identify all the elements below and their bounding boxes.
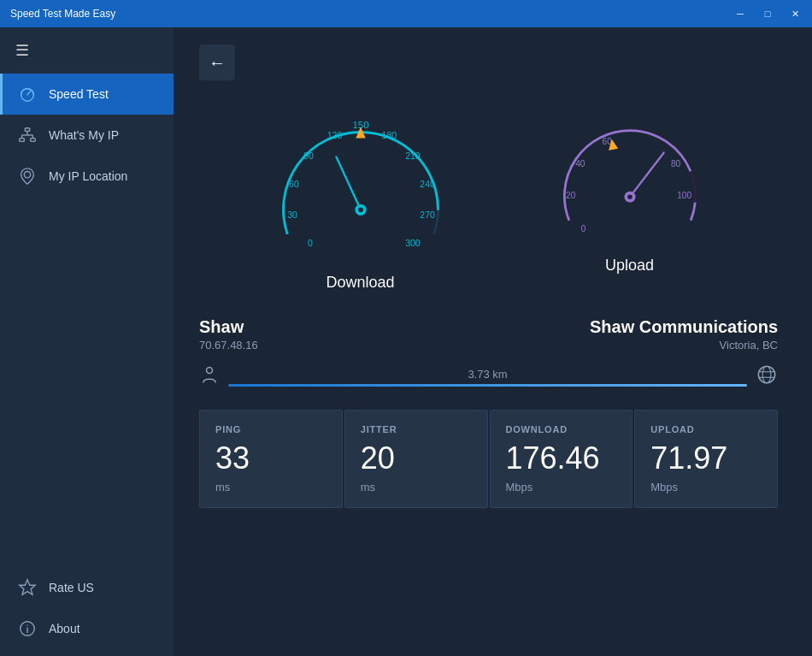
close-button[interactable]: ✕ xyxy=(788,9,802,20)
upload-label: Upload xyxy=(605,257,654,275)
ping-value: 33 xyxy=(215,443,327,474)
back-arrow-icon: ← xyxy=(209,53,226,73)
upload-stat-unit: Mbps xyxy=(650,481,762,493)
person-icon xyxy=(199,365,220,390)
titlebar: Speed Test Made Easy ─ □ ✕ xyxy=(0,0,812,27)
svg-point-12 xyxy=(26,624,27,625)
sidebar-item-about-label: About xyxy=(49,622,80,635)
maximize-button[interactable]: □ xyxy=(761,9,774,20)
stat-card-ping: PING 33 ms xyxy=(199,410,343,508)
isp-full-name: Shaw Communications xyxy=(590,317,778,337)
star-icon xyxy=(18,578,37,597)
isp-left: Shaw 70.67.48.16 xyxy=(199,317,258,352)
sidebar-item-speed-test[interactable]: Speed Test xyxy=(0,74,174,115)
svg-text:210: 210 xyxy=(405,151,421,161)
globe-icon xyxy=(756,363,778,391)
upload-gauge-svg: 0 20 40 60 80 100 xyxy=(544,96,715,250)
svg-text:240: 240 xyxy=(420,180,435,189)
upload-gauge-container: 0 20 40 60 80 100 xyxy=(544,96,715,292)
stat-card-upload: UPLOAD 71.97 Mbps xyxy=(634,410,778,508)
ping-label: PING xyxy=(215,424,327,434)
distance-bar xyxy=(228,384,747,387)
download-gauge-svg: 0 30 60 90 120 150 180 210 240 xyxy=(262,96,459,267)
svg-text:180: 180 xyxy=(381,131,397,140)
svg-text:100: 100 xyxy=(677,191,691,200)
svg-marker-9 xyxy=(20,580,35,594)
svg-text:30: 30 xyxy=(287,210,297,220)
sidebar-item-rate-us-label: Rate US xyxy=(49,581,94,594)
stat-card-download: DOWNLOAD 176.46 Mbps xyxy=(490,410,633,508)
download-label: Download xyxy=(326,274,394,292)
isp-name: Shaw xyxy=(199,317,258,337)
sidebar-item-my-ip-location-label: My IP Location xyxy=(49,169,127,183)
svg-line-24 xyxy=(336,157,361,210)
isp-right: Shaw Communications Victoria, BC xyxy=(590,317,778,352)
stat-card-jitter: JITTER 20 ms xyxy=(344,410,488,508)
sidebar-item-whats-my-ip-label: What's My IP xyxy=(49,128,119,142)
svg-text:120: 120 xyxy=(327,131,342,140)
svg-point-40 xyxy=(762,366,771,383)
sidebar-item-my-ip-location[interactable]: My IP Location xyxy=(0,156,174,197)
svg-text:20: 20 xyxy=(566,191,576,200)
svg-text:270: 270 xyxy=(420,210,435,220)
back-button[interactable]: ← xyxy=(199,44,235,80)
download-stat-label: DOWNLOAD xyxy=(506,424,617,434)
distance-line: 3.73 km xyxy=(228,368,747,387)
jitter-label: JITTER xyxy=(361,424,472,434)
svg-text:0: 0 xyxy=(308,239,313,248)
app-title: Speed Test Made Easy xyxy=(10,8,115,20)
sidebar-item-speed-test-label: Speed Test xyxy=(49,87,109,101)
svg-rect-3 xyxy=(31,139,35,142)
isp-city: Victoria, BC xyxy=(590,339,778,352)
info-icon xyxy=(18,619,37,638)
download-stat-unit: Mbps xyxy=(506,481,617,493)
sidebar-bottom: Rate US About xyxy=(0,567,174,656)
svg-rect-1 xyxy=(25,128,30,132)
distance-row: 3.73 km xyxy=(199,363,778,391)
download-gauge-container: 0 30 60 90 120 150 180 210 240 xyxy=(262,96,459,292)
svg-text:0: 0 xyxy=(580,224,585,233)
svg-point-8 xyxy=(24,172,30,178)
upload-stat-label: UPLOAD xyxy=(650,424,762,434)
svg-rect-2 xyxy=(20,139,25,142)
jitter-value: 20 xyxy=(361,443,472,474)
svg-text:40: 40 xyxy=(575,159,585,168)
isp-ip: 70.67.48.16 xyxy=(199,339,258,352)
svg-text:60: 60 xyxy=(289,180,299,189)
window-controls: ─ □ ✕ xyxy=(733,9,802,20)
sidebar-item-rate-us[interactable]: Rate US xyxy=(0,567,174,608)
sidebar-item-whats-my-ip[interactable]: What's My IP xyxy=(0,115,174,156)
speedometer-icon xyxy=(18,85,37,103)
svg-point-39 xyxy=(758,366,775,383)
download-stat-value: 176.46 xyxy=(506,443,617,474)
svg-point-36 xyxy=(627,194,633,199)
network-icon xyxy=(18,126,37,145)
main-content: ← 0 30 60 90 xyxy=(174,27,812,656)
svg-text:300: 300 xyxy=(405,239,421,248)
svg-text:90: 90 xyxy=(303,151,314,161)
ping-unit: ms xyxy=(215,481,327,493)
svg-point-38 xyxy=(207,367,213,373)
gauges-row: 0 30 60 90 120 150 180 210 240 xyxy=(199,96,778,292)
sidebar: ☰ Speed Test xyxy=(0,27,174,656)
svg-line-34 xyxy=(630,152,664,197)
location-icon xyxy=(18,167,37,186)
distance-text: 3.73 km xyxy=(468,368,507,381)
minimize-button[interactable]: ─ xyxy=(733,9,747,20)
sidebar-item-about[interactable]: About xyxy=(0,608,174,649)
sidebar-nav: Speed Test What's My IP xyxy=(0,74,174,567)
upload-stat-value: 71.97 xyxy=(650,443,762,474)
connection-row: Shaw 70.67.48.16 Shaw Communications Vic… xyxy=(199,317,778,352)
svg-point-26 xyxy=(358,207,363,212)
app-body: ☰ Speed Test xyxy=(0,27,812,656)
jitter-unit: ms xyxy=(361,481,472,493)
stats-grid: PING 33 ms JITTER 20 ms DOWNLOAD 176.46 … xyxy=(199,410,778,508)
hamburger-menu[interactable]: ☰ xyxy=(0,27,174,74)
svg-text:80: 80 xyxy=(670,159,680,168)
